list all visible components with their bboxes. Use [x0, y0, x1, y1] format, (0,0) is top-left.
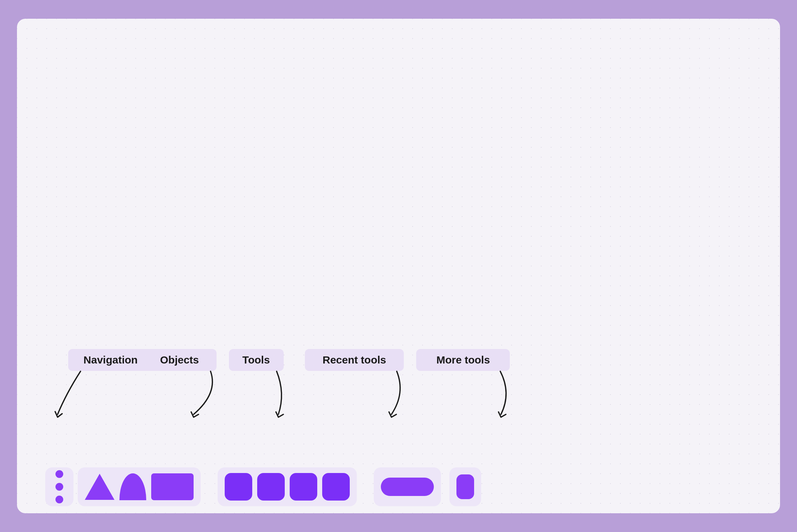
- more-tool-item[interactable]: [456, 474, 474, 499]
- tools-section[interactable]: [218, 467, 357, 506]
- tool-item-1[interactable]: [225, 473, 252, 501]
- more-tools-section[interactable]: [449, 467, 481, 506]
- tool-item-4[interactable]: [322, 473, 350, 501]
- nav-dot-2: [55, 483, 63, 491]
- svg-rect-0: [68, 349, 153, 371]
- svg-rect-4: [416, 349, 510, 371]
- more-tools-label: More tools: [436, 354, 490, 366]
- tool-item-3[interactable]: [290, 473, 317, 501]
- recent-tools-label: Recent tools: [323, 354, 386, 366]
- toolbar-area: [17, 414, 780, 513]
- rectangle-shape: [151, 473, 194, 500]
- nav-dot-1: [55, 470, 63, 478]
- svg-rect-2: [229, 349, 284, 371]
- arch-shape: [119, 473, 146, 500]
- canvas: Navigation Objects Tools Recent tools Mo…: [17, 19, 780, 513]
- navigation-label: Navigation: [83, 354, 137, 366]
- svg-rect-1: [142, 349, 217, 371]
- recent-tools-section[interactable]: [374, 467, 441, 506]
- objects-section[interactable]: [78, 467, 201, 506]
- triangle-shape: [85, 474, 114, 500]
- svg-rect-3: [305, 349, 404, 371]
- nav-dots: [55, 470, 63, 503]
- nav-dot-3: [55, 496, 63, 503]
- recent-tool-pill[interactable]: [381, 478, 434, 496]
- tools-label: Tools: [242, 354, 270, 366]
- navigation-section[interactable]: [45, 467, 73, 506]
- toolbar-row: [17, 467, 780, 506]
- tool-item-2[interactable]: [257, 473, 285, 501]
- objects-label: Objects: [160, 354, 199, 366]
